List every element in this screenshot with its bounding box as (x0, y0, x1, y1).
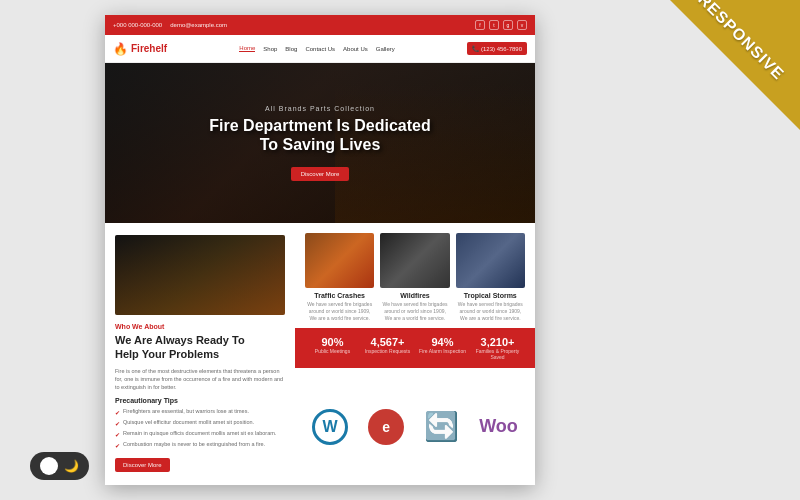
woo-text: Woo (479, 416, 518, 437)
stat-label-2: Inspection Requests (360, 348, 415, 354)
service-image-2 (380, 233, 449, 288)
moon-icon: 🌙 (64, 459, 79, 473)
hero-subtitle: All Brands Parts Collection (209, 105, 430, 112)
service-cards: Traffic Crashes We have served fire brig… (295, 223, 535, 328)
stat-number-2: 4,567+ (360, 336, 415, 348)
facebook-icon[interactable]: f (475, 20, 485, 30)
precautionary-title: Precautionary Tips (115, 397, 285, 404)
tip-text-1: Firefighters are essential, but warriors… (123, 408, 249, 416)
top-bar-email: demo@example.com (170, 22, 227, 28)
hero-content: All Brands Parts Collection Fire Departm… (209, 105, 430, 181)
tip-1: ✔ Firefighters are essential, but warrio… (115, 408, 285, 416)
nav-about[interactable]: About Us (343, 46, 368, 52)
refresh-logo: 🔄 (424, 410, 459, 443)
service-desc-3: We have served fire brigades around or w… (456, 301, 525, 322)
service-title-2: Wildfires (380, 292, 449, 299)
stat-label-4: Families & Property Saved (470, 348, 525, 360)
about-title-line1: We Are Always Ready To (115, 334, 245, 346)
emergency-phone: 📞 (123) 456-7890 (467, 42, 527, 55)
brand-logos-section: W e 🔄 Woo (295, 368, 535, 485)
stat-number-3: 94% (415, 336, 470, 348)
tip-bullet-2: ✔ (115, 420, 120, 427)
outer-frame: RESPONSIVE +000 000-000-000 demo@example… (0, 0, 800, 500)
service-image-3 (456, 233, 525, 288)
stats-bar: 90% Public Meetings 4,567+ Inspection Re… (295, 328, 535, 368)
about-panel: Who We About We Are Always Ready To Help… (105, 223, 295, 485)
about-description: Fire is one of the most destructive elem… (115, 367, 285, 392)
refresh-icon: 🔄 (424, 410, 459, 443)
about-image-overlay (115, 235, 285, 315)
tip-text-2: Quisque vel efficitur document mollit am… (123, 419, 254, 427)
service-card-2: Wildfires We have served fire brigades a… (380, 233, 449, 322)
nav-links: Home Shop Blog Contact Us About Us Galle… (239, 45, 394, 52)
service-desc-1: We have served fire brigades around or w… (305, 301, 374, 322)
tip-bullet-4: ✔ (115, 442, 120, 449)
twitter-icon[interactable]: t (489, 20, 499, 30)
nav-bar: 🔥 Firehelf Home Shop Blog Contact Us Abo… (105, 35, 535, 63)
stat-label-1: Public Meetings (305, 348, 360, 354)
tip-4: ✔ Combustion maybe is never to be exting… (115, 441, 285, 449)
service-card-1: Traffic Crashes We have served fire brig… (305, 233, 374, 322)
phone-label: 📞 (472, 45, 479, 52)
logo: 🔥 Firehelf (113, 42, 167, 56)
tip-3: ✔ Remain in quisque officis document mol… (115, 430, 285, 438)
nav-shop[interactable]: Shop (263, 46, 277, 52)
stat-2: 4,567+ Inspection Requests (360, 336, 415, 360)
service-title-1: Traffic Crashes (305, 292, 374, 299)
right-panel: Traffic Crashes We have served fire brig… (295, 223, 535, 485)
phone-number: (123) 456-7890 (481, 46, 522, 52)
service-desc-2: We have served fire brigades around or w… (380, 301, 449, 322)
logo-flame-icon: 🔥 (113, 42, 128, 56)
vimeo-icon[interactable]: v (517, 20, 527, 30)
about-title-line2: Help Your Problems (115, 348, 219, 360)
hero-section: All Brands Parts Collection Fire Departm… (105, 63, 535, 223)
website-mockup: +000 000-000-000 demo@example.com f t g … (105, 15, 535, 485)
social-links: f t g v (475, 20, 527, 30)
lower-section: Who We About We Are Always Ready To Help… (105, 223, 535, 485)
hero-title: Fire Department Is Dedicated To Saving L… (209, 116, 430, 154)
tip-bullet-3: ✔ (115, 431, 120, 438)
hero-title-line1: Fire Department Is Dedicated (209, 117, 430, 134)
toggle-circle (40, 457, 58, 475)
tip-text-4: Combustion maybe is never to be extingui… (123, 441, 265, 449)
about-tag: Who We About (115, 323, 285, 330)
hero-discover-button[interactable]: Discover More (291, 167, 350, 181)
top-bar-phone: +000 000-000-000 (113, 22, 162, 28)
stat-number-1: 90% (305, 336, 360, 348)
stat-number-4: 3,210+ (470, 336, 525, 348)
about-title: We Are Always Ready To Help Your Problem… (115, 333, 285, 362)
stat-4: 3,210+ Families & Property Saved (470, 336, 525, 360)
tip-bullet-1: ✔ (115, 409, 120, 416)
nav-gallery[interactable]: Gallery (376, 46, 395, 52)
stat-1: 90% Public Meetings (305, 336, 360, 360)
top-bar: +000 000-000-000 demo@example.com f t g … (105, 15, 535, 35)
about-image (115, 235, 285, 315)
stat-label-3: Fire Alarm Inspection (415, 348, 470, 354)
logo-text: Firehelf (131, 43, 167, 54)
nav-contact[interactable]: Contact Us (305, 46, 335, 52)
elementor-icon: e (368, 409, 404, 445)
dark-mode-toggle[interactable]: 🌙 (30, 452, 89, 480)
google-icon[interactable]: g (503, 20, 513, 30)
about-discover-button[interactable]: Discover More (115, 458, 170, 472)
tip-2: ✔ Quisque vel efficitur document mollit … (115, 419, 285, 427)
woocommerce-logo: Woo (479, 416, 518, 437)
nav-blog[interactable]: Blog (285, 46, 297, 52)
service-image-1 (305, 233, 374, 288)
hero-title-line2: To Saving Lives (260, 136, 381, 153)
nav-home[interactable]: Home (239, 45, 255, 52)
service-card-3: Tropical Storms We have served fire brig… (456, 233, 525, 322)
wp-icon: W (312, 409, 348, 445)
stat-3: 94% Fire Alarm Inspection (415, 336, 470, 360)
service-title-3: Tropical Storms (456, 292, 525, 299)
elementor-logo: e (368, 409, 404, 445)
top-bar-left: +000 000-000-000 demo@example.com (113, 22, 227, 28)
wordpress-logo: W (312, 409, 348, 445)
tip-text-3: Remain in quisque officis document molli… (123, 430, 276, 438)
